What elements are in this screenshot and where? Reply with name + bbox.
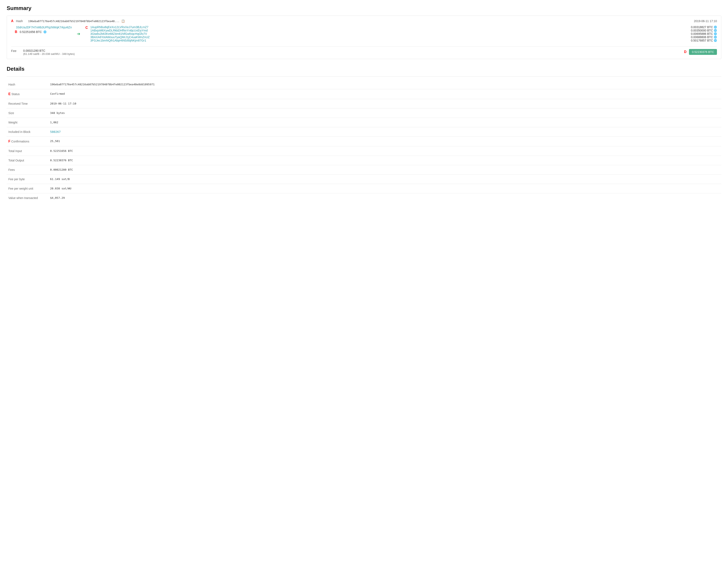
table-row: Fees0.00021280 BTC: [7, 165, 721, 175]
table-row: Size348 bytes: [7, 109, 721, 118]
copy-icon[interactable]: 📋: [121, 19, 125, 23]
table-row: Received Time2019-06-11 17:10: [7, 99, 721, 109]
detail-row-value: 20.038 sat/WU: [48, 184, 721, 193]
table-row: Value when transacted$4,057.29: [7, 193, 721, 203]
detail-row-label: Weight: [8, 121, 17, 124]
tx-output-row: 3BAXA6YotAWouuTyaQMrJ1jC4uaKWnZnUZ 0.006…: [90, 35, 717, 39]
detail-row-label: Size: [8, 111, 14, 115]
fee-details: 0.00021280 BTC (61.149 sat/B - 20.038 sa…: [23, 49, 75, 56]
globe-icon-output: 🌐: [714, 32, 717, 35]
table-row: Weight1,062: [7, 118, 721, 127]
table-row: Fee per weight unit20.038 sat/WU: [7, 184, 721, 193]
output-amount: 0.00318827 BTC: [691, 25, 713, 29]
detail-row-label: Hash: [8, 83, 15, 86]
output-address-link[interactable]: 3Gta6s2b63Ke68Z4m61NfGwfoqcHqGfo7V: [90, 32, 147, 35]
tx-outputs: C 1AupRNbu8qEeXx12LVRxXeJ7um3BJLrnZ7 0.0…: [85, 25, 717, 42]
label-A: A: [11, 19, 14, 23]
hash-short-value: 196eba07f176e457c48216ab87b52197848f8b4f…: [28, 20, 120, 23]
detail-row-value: 196eba07f176e457c48216ab87b52197848f8b4f…: [48, 80, 721, 89]
output-address-link[interactable]: 1ABxjoM6XywDLRkbDHfNvYn6jcUxEiyYmd: [90, 29, 148, 32]
section-divider: [7, 76, 721, 77]
summary-box: A Hash 196eba07f176e457c48216ab87b521978…: [7, 16, 721, 59]
tx-output-row: 1ABxjoM6XywDLRkbDHfNvYn6jcUxEiyYmd 0.003…: [90, 29, 717, 32]
label-B: B: [15, 30, 17, 34]
globe-icon-input: 🌐: [43, 30, 47, 33]
output-amount: 0.00350000 BTC: [691, 29, 713, 32]
detail-row-label: Included in Block: [8, 130, 30, 134]
detail-row-value[interactable]: 580267: [48, 127, 721, 137]
detail-row-label: Total Input: [8, 149, 22, 153]
table-row: Included in Block580267: [7, 127, 721, 137]
label-E-detail: E: [8, 92, 11, 96]
tx-output-row: 3Gta6s2b63Ke68Z4m61NfGwfoqcHqGfo7V 0.006…: [90, 32, 717, 35]
table-row: FConfirmations25,501: [7, 137, 721, 147]
arrow-icon: ➔: [77, 31, 80, 36]
table-row: Hash196eba07f176e457c48216ab87b52197848f…: [7, 80, 721, 89]
tx-output-row: 1AupRNbu8qEeXx12LVRxXeJ7um3BJLrnZ7 0.003…: [90, 25, 717, 29]
hash-left: A Hash 196eba07f176e457c48216ab87b521978…: [11, 19, 125, 23]
detail-row-label: Received Time: [8, 102, 28, 105]
detail-row-label: Value when transacted: [8, 196, 38, 200]
detail-row-label: Fee per byte: [8, 178, 25, 181]
hash-row: A Hash 196eba07f176e457c48216ab87b521978…: [11, 19, 717, 23]
output-address-link[interactable]: 1AupRNbu8qEeXx12LVRxXeJ7um3BJLrnZ7: [90, 25, 148, 29]
detail-row-label: Confirmations: [11, 140, 29, 143]
output-amount: 0.00688806 BTC: [691, 35, 713, 39]
details-table: Hash196eba07f176e457c48216ab87b52197848f…: [7, 80, 721, 203]
detail-row-value: 0.52230376 BTC: [48, 156, 721, 165]
label-D: D: [684, 50, 687, 54]
details-title: Details: [7, 66, 721, 72]
hash-date: 2019-06-11 17:10: [694, 19, 717, 23]
tx-input-row: A 33drUaJDF7H7xMb3UPhjzNWqK7rkju4tZn: [11, 25, 72, 29]
fee-row: Fee 0.00021280 BTC (61.149 sat/B - 20.03…: [11, 46, 717, 56]
summary-title: Summary: [7, 5, 721, 11]
tx-flow: A 33drUaJDF7H7xMb3UPhjzNWqK7rkju4tZn B 0…: [11, 25, 717, 42]
label-F-detail: F: [8, 140, 10, 143]
tx-output-row: 3FGJec1bmNQih1AbpHtNfz6bjNKjm87Gr1 0.501…: [90, 39, 717, 42]
output-address-link[interactable]: 3BAXA6YotAWouuTyaQMrJ1jC4uaKWnZnUZ: [90, 35, 150, 39]
fee-detail: (61.149 sat/B - 20.038 sat/WU - 348 byte…: [23, 52, 75, 56]
output-amount: 0.00695886 BTC: [691, 32, 713, 35]
detail-row-value: 61.149 sat/B: [48, 175, 721, 184]
detail-row-value: $4,057.29: [48, 193, 721, 203]
fee-label: Fee: [11, 49, 21, 56]
block-link[interactable]: 580267: [50, 130, 61, 134]
table-row: Total Input0.52251656 BTC: [7, 147, 721, 156]
globe-icon-output: 🌐: [714, 39, 717, 42]
detail-row-label: Fees: [8, 168, 15, 172]
output-amount: 0.50176857 BTC: [691, 39, 713, 42]
tx-inputs: A 33drUaJDF7H7xMb3UPhjzNWqK7rkju4tZn B 0…: [11, 25, 72, 34]
detail-row-value: 0.00021280 BTC: [48, 165, 721, 175]
detail-row-value: 348 bytes: [48, 109, 721, 118]
label-C: C: [85, 26, 88, 30]
input-address-link[interactable]: 33drUaJDF7H7xMb3UPhjzNWqK7rkju4tZn: [16, 26, 72, 29]
detail-row-value: 0.52251656 BTC: [48, 147, 721, 156]
detail-row-label: Total Output: [8, 159, 24, 162]
details-section: Details Hash196eba07f176e457c48216ab87b5…: [7, 66, 721, 203]
detail-row-value: 1,062: [48, 118, 721, 127]
detail-row-label: Fee per weight unit: [8, 187, 33, 190]
globe-icon-output: 🌐: [714, 36, 717, 39]
summary-section: Summary A Hash 196eba07f176e457c48216ab8…: [7, 5, 721, 59]
detail-row-label: Status: [11, 92, 20, 96]
detail-row-value: Confirmed: [48, 89, 721, 99]
output-address-link[interactable]: 3FGJec1bmNQih1AbpHtNfz6bjNKjm87Gr1: [90, 39, 146, 42]
outputs-list: 1AupRNbu8qEeXx12LVRxXeJ7um3BJLrnZ7 0.003…: [90, 25, 717, 42]
detail-row-value: 25,501: [48, 137, 721, 147]
detail-row-value: 2019-06-11 17:10: [48, 99, 721, 109]
total-badge: 0.52230376 BTC: [689, 49, 717, 55]
hash-label: Hash: [16, 19, 27, 23]
input-amount: 0.52251656 BTC: [20, 30, 42, 34]
table-row: Fee per byte61.149 sat/B: [7, 175, 721, 184]
globe-icon-output: 🌐: [714, 26, 717, 29]
fee-left: Fee 0.00021280 BTC (61.149 sat/B - 20.03…: [11, 49, 75, 56]
table-row: EStatusConfirmed: [7, 89, 721, 99]
table-row: Total Output0.52230376 BTC: [7, 156, 721, 165]
fee-btc: 0.00021280 BTC: [23, 49, 75, 52]
globe-icon-output: 🌐: [714, 29, 717, 32]
